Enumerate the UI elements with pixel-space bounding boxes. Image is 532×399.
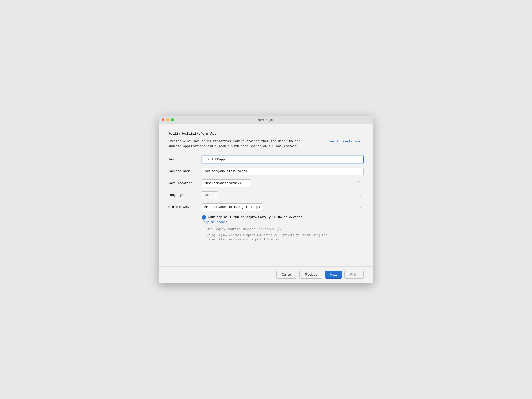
sdk-info-row: i Your app will run on approximately 98.… bbox=[202, 215, 364, 220]
legacy-help-icon[interactable]: ? bbox=[277, 227, 280, 231]
legacy-checkbox-row: Use legacy android.support libraries ? bbox=[202, 227, 364, 231]
content-area: Kotlin Multiplatform App Creates a new K… bbox=[159, 124, 373, 247]
previous-button[interactable]: Previous bbox=[299, 271, 323, 279]
package-name-row: Package name bbox=[168, 168, 364, 175]
language-select-wrapper: Kotlin ▼ bbox=[202, 191, 364, 199]
save-location-label: Save location bbox=[168, 181, 202, 185]
window-controls bbox=[162, 119, 174, 121]
save-location-row: Save location bbox=[168, 179, 364, 187]
folder-icon bbox=[358, 181, 361, 185]
minimize-button[interactable] bbox=[166, 119, 169, 121]
chevron-down-icon: ▼ bbox=[359, 194, 361, 196]
language-row: Language Kotlin ▼ bbox=[168, 191, 364, 199]
sdk-info-text: Your app will run on approximately 98.8%… bbox=[207, 215, 304, 219]
next-button[interactable]: Next bbox=[325, 271, 342, 279]
cancel-button[interactable]: Cancel bbox=[277, 271, 297, 279]
close-button[interactable] bbox=[162, 119, 165, 121]
finish-button: Finish bbox=[344, 271, 364, 279]
info-icon: i bbox=[202, 215, 206, 220]
legacy-checkbox[interactable] bbox=[202, 228, 205, 231]
minimum-sdk-select-wrapper: API 21: Android 5.0 (Lollipop) ▼ bbox=[202, 203, 364, 211]
description-text: Creates a new Kotlin Multiplatform Mobil… bbox=[168, 139, 300, 149]
project-type-title: Kotlin Multiplatform App bbox=[168, 132, 364, 136]
help-me-choose-link[interactable]: Help me choose bbox=[202, 221, 364, 224]
name-row: Name bbox=[168, 156, 364, 163]
language-select[interactable]: Kotlin bbox=[202, 191, 218, 199]
see-documentation-link[interactable]: See documentation ↗ bbox=[329, 139, 364, 143]
minimum-sdk-label: Minimum SDK bbox=[168, 205, 202, 209]
project-form: Name Package name Save location bbox=[168, 156, 364, 242]
save-location-input[interactable] bbox=[202, 179, 251, 187]
chevron-down-icon: ▼ bbox=[359, 206, 361, 208]
package-name-input[interactable] bbox=[202, 168, 364, 175]
language-label: Language bbox=[168, 193, 202, 197]
name-label: Name bbox=[168, 158, 202, 161]
legacy-checkbox-label: Use legacy android.support libraries bbox=[207, 227, 274, 231]
package-name-label: Package name bbox=[168, 170, 202, 173]
titlebar: New Project bbox=[159, 116, 373, 124]
minimum-sdk-row: Minimum SDK API 21: Android 5.0 (Lollipo… bbox=[168, 203, 364, 211]
new-project-window: New Project Kotlin Multiplatform App Cre… bbox=[159, 116, 373, 283]
maximize-button[interactable] bbox=[171, 119, 174, 121]
description-row: Creates a new Kotlin Multiplatform Mobil… bbox=[168, 139, 364, 149]
footer: Cancel Previous Next Finish bbox=[159, 266, 373, 283]
save-location-wrapper bbox=[202, 179, 364, 187]
minimum-sdk-select[interactable]: API 21: Android 5.0 (Lollipop) bbox=[202, 203, 263, 211]
name-input[interactable] bbox=[202, 156, 364, 163]
legacy-description: Using legacy android.support libraries w… bbox=[207, 233, 345, 242]
window-title: New Project bbox=[258, 118, 274, 121]
project-description: Creates a new Kotlin Multiplatform Mobil… bbox=[168, 139, 300, 149]
